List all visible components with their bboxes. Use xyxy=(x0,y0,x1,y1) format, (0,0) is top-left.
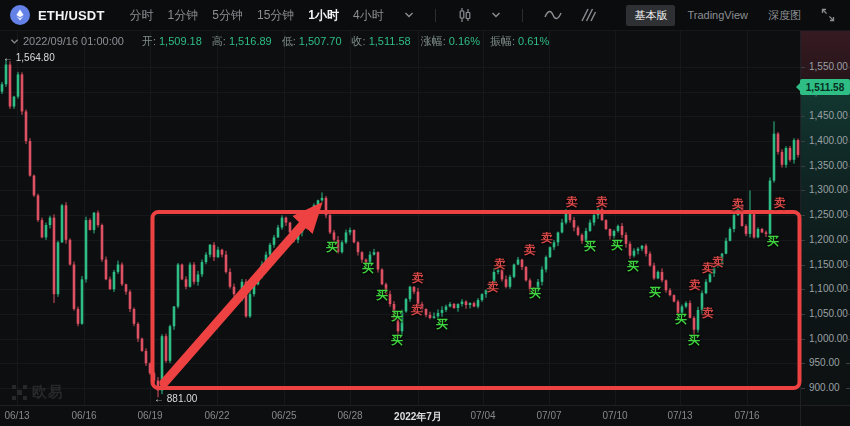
price-tick: 1,250.00 xyxy=(801,209,850,221)
price-tick: 1,550.00 xyxy=(801,61,850,73)
ohlc-info-bar: 2022/09/16 01:00:00 开:1,509.18高:1,516.89… xyxy=(10,33,549,49)
date-tick: 2022年7月 xyxy=(394,410,442,424)
date-tick: 06/13 xyxy=(4,410,29,421)
timeframe-tab-5分钟[interactable]: 5分钟 xyxy=(212,7,243,24)
timeframe-dropdown-chevron-icon[interactable] xyxy=(404,10,414,20)
chart-toolbar: ETH/USDT 分时1分钟5分钟15分钟1小时4小时 基本版TradingVi… xyxy=(0,0,850,31)
price-tick: 950.00 xyxy=(801,357,850,369)
ohlc-field-label: 振幅: xyxy=(490,34,515,49)
axis-corner xyxy=(800,405,850,426)
date-tick: 07/13 xyxy=(667,410,692,421)
price-tick: 1,200.00 xyxy=(801,234,850,246)
okx-watermark-text: 欧易 xyxy=(32,383,64,402)
ohlc-field-value: 1,509.18 xyxy=(159,35,202,47)
candlestick-chart[interactable] xyxy=(0,0,800,405)
chart-mode-tabs: 基本版TradingView深度图 xyxy=(626,5,850,26)
timeframe-tab-1分钟[interactable]: 1分钟 xyxy=(168,7,199,24)
ohlc-field-label: 涨幅: xyxy=(421,34,446,49)
period-low-label: ← 881.00 xyxy=(154,393,197,404)
eth-logo-icon xyxy=(10,5,30,25)
date-tick: 07/04 xyxy=(470,410,495,421)
ohlc-field-value: 1,511.58 xyxy=(369,35,411,47)
indicators-icon[interactable] xyxy=(580,8,596,22)
ohlc-field-label: 低: xyxy=(282,34,296,49)
mode-tab-TradingView[interactable]: TradingView xyxy=(679,6,756,24)
ohlc-field-label: 收: xyxy=(352,34,366,49)
timeframe-tab-15分钟[interactable]: 15分钟 xyxy=(257,7,294,24)
timeframe-tab-分时[interactable]: 分时 xyxy=(130,7,154,24)
date-tick: 06/25 xyxy=(271,410,296,421)
candle-style-icon[interactable] xyxy=(457,7,473,23)
ohlc-collapse-chevron-icon[interactable] xyxy=(10,37,19,46)
ohlc-fields: 开:1,509.18高:1,516.89低:1,507.70收:1,511.58… xyxy=(132,34,549,49)
date-tick: 06/28 xyxy=(337,410,362,421)
time-axis[interactable]: 06/1306/1606/1906/2206/2506/282022年7月07/… xyxy=(0,405,800,426)
date-tick: 06/22 xyxy=(204,410,229,421)
last-price-badge: 1,511.58 xyxy=(800,79,850,95)
price-tick: 900.00 xyxy=(801,382,850,394)
timeframe-tabs: 分时1分钟5分钟15分钟1小时4小时 xyxy=(123,7,391,24)
ohlc-field-value: 0.16% xyxy=(449,35,480,47)
price-tick: 1,350.00 xyxy=(801,160,850,172)
timeframe-tab-4小时[interactable]: 4小时 xyxy=(353,7,384,24)
date-tick: 07/10 xyxy=(602,410,627,421)
price-tick: 1,300.00 xyxy=(801,184,850,196)
price-tick: 1,150.00 xyxy=(801,259,850,271)
overlay-line-icon[interactable] xyxy=(544,8,562,22)
period-high-label: ← 1,564.80 xyxy=(3,52,55,63)
symbol-group: ETH/USDT 分时1分钟5分钟15分钟1小时4小时 xyxy=(0,5,601,25)
price-tick: 1,100.00 xyxy=(801,283,850,295)
okx-logo-icon xyxy=(12,385,27,400)
ohlc-field-value: 0.61% xyxy=(518,35,549,47)
price-tick: 1,400.00 xyxy=(801,135,850,147)
ohlc-field-value: 1,516.89 xyxy=(229,35,272,47)
date-tick: 07/07 xyxy=(536,410,561,421)
ohlc-field-label: 开: xyxy=(142,34,156,49)
ohlc-field-label: 高: xyxy=(212,34,226,49)
toolbar-divider xyxy=(435,9,436,22)
ohlc-datetime: 2022/09/16 01:00:00 xyxy=(23,35,124,47)
price-tick: 1,000.00 xyxy=(801,333,850,345)
timeframe-tab-1小时[interactable]: 1小时 xyxy=(308,7,339,24)
date-tick: 06/19 xyxy=(137,410,162,421)
price-tick: 1,050.00 xyxy=(801,308,850,320)
candle-style-chevron-icon[interactable] xyxy=(491,10,501,20)
date-tick: 07/16 xyxy=(734,410,759,421)
fullscreen-icon[interactable] xyxy=(821,8,835,22)
mode-tab-深度图[interactable]: 深度图 xyxy=(760,5,809,26)
okx-watermark: 欧易 xyxy=(12,383,64,402)
price-tick: 1,450.00 xyxy=(801,110,850,122)
ohlc-field-value: 1,507.70 xyxy=(299,35,342,47)
date-tick: 06/16 xyxy=(71,410,96,421)
toolbar-divider xyxy=(522,9,523,22)
mode-tab-基本版[interactable]: 基本版 xyxy=(626,5,675,26)
symbol-title: ETH/USDT xyxy=(38,8,105,23)
